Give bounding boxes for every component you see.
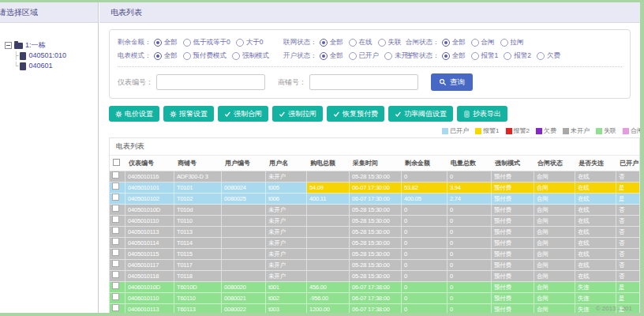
radio-option[interactable]: 在线 — [349, 38, 373, 47]
radio-option[interactable]: 失联 — [378, 38, 402, 47]
table-cell: 在线 — [575, 271, 616, 282]
radio-label: 全部 — [164, 51, 178, 61]
table-cell: 0405010110 — [125, 216, 174, 227]
toolbar-button-label: 报警设置 — [179, 109, 208, 119]
toolbar-button[interactable]: 抄表导出 — [457, 106, 507, 122]
radio-icon[interactable] — [384, 52, 392, 60]
table-cell: 否 — [616, 238, 639, 249]
radio-icon[interactable] — [349, 52, 357, 60]
meter-no-input[interactable] — [156, 74, 265, 90]
table-cell: 06-07 17:30:00 — [350, 194, 402, 205]
table-cell: 05-28 15:30:00 — [350, 271, 402, 282]
row-checkbox[interactable] — [112, 194, 119, 201]
tree-collapse-icon[interactable] — [5, 42, 12, 49]
radio-icon[interactable] — [320, 39, 328, 47]
row-checkbox[interactable] — [112, 205, 119, 212]
radio-icon[interactable] — [349, 39, 357, 47]
row-checkbox[interactable] — [112, 216, 119, 223]
toolbar-button[interactable]: 强制合闸 — [218, 106, 268, 122]
table-cell: 否 — [616, 227, 639, 238]
radio-icon[interactable] — [232, 52, 240, 60]
row-checkbox[interactable] — [112, 293, 119, 300]
copyright-text: © 2013 - 201 — [596, 305, 632, 312]
radio-icon[interactable] — [471, 52, 479, 60]
meter-table-panel: 电表列表 仪表编号商铺号用户编号用户名购电总额采集时间剩余金额电量总数强制模式合… — [109, 137, 640, 316]
radio-icon[interactable] — [442, 52, 450, 60]
table-cell: t005 — [266, 182, 307, 194]
row-checkbox[interactable] — [112, 227, 119, 234]
toolbar-button[interactable]: 报警设置 — [163, 106, 214, 122]
tree-node[interactable]: └040601 — [13, 61, 96, 71]
radio-option[interactable]: 全部 — [154, 38, 178, 47]
radio-option[interactable]: 全部 — [442, 38, 466, 47]
select-all-checkbox[interactable] — [113, 159, 120, 166]
radio-option[interactable]: 全部 — [320, 38, 343, 47]
table-cell: 0 — [447, 293, 492, 304]
row-checkbox[interactable] — [112, 260, 119, 267]
radio-option[interactable]: 预付费模式 — [183, 51, 227, 61]
table-cell: 合闸 — [534, 304, 575, 315]
radio-option[interactable]: 合闸 — [471, 38, 495, 47]
app-window: 请选择区域 1:一栋 ├040501:010└040601 电表列表 剩余金额：… — [0, 0, 644, 316]
row-checkbox[interactable] — [112, 249, 119, 256]
row-checkbox[interactable] — [112, 238, 119, 245]
row-checkbox-cell — [110, 271, 125, 282]
table-row: 0405010102T01020080025t006400.1106-07 17… — [110, 194, 639, 205]
radio-icon[interactable] — [154, 52, 162, 60]
table-cell: 合闸 — [534, 194, 575, 205]
radio-option[interactable]: 拉闸 — [500, 38, 524, 47]
table-cell: 0405010117 — [125, 260, 174, 271]
table-cell: t003 — [266, 304, 307, 315]
table-cell: 合闸 — [534, 282, 575, 293]
toolbar-button[interactable]: 电价设置 — [109, 106, 159, 122]
radio-icon[interactable] — [537, 52, 545, 60]
radio-option[interactable]: 强制模式 — [232, 51, 269, 61]
radio-icon[interactable] — [236, 39, 244, 47]
radio-icon[interactable] — [154, 39, 162, 47]
radio-option[interactable]: 低于或等于0 — [183, 38, 230, 47]
query-button[interactable]: 查询 — [431, 73, 473, 91]
table-header-row: 仪表编号商铺号用户编号用户名购电总额采集时间剩余金额电量总数强制模式合闸状态是否… — [110, 156, 639, 171]
radio-icon[interactable] — [183, 52, 191, 60]
radio-option[interactable]: 已开户 — [349, 51, 380, 61]
table-cell: 否 — [616, 216, 639, 227]
toolbar-button[interactable]: 恢复预付费 — [327, 106, 384, 122]
tree-root[interactable]: 1:一栋 — [5, 40, 96, 51]
tree-node[interactable]: ├040501:010 — [13, 51, 96, 61]
shop-no-input[interactable] — [309, 74, 418, 90]
radio-icon[interactable] — [183, 39, 191, 47]
table-cell: 0406010110 — [125, 293, 174, 304]
row-checkbox-cell — [110, 249, 125, 260]
radio-option[interactable]: 报警1 — [471, 51, 499, 61]
radio-option[interactable]: 欠费 — [537, 51, 560, 61]
table-cell: 在线 — [575, 216, 616, 227]
shop-no-label: 商铺号： — [278, 77, 306, 88]
table-cell: t002 — [266, 293, 307, 304]
toolbar-button[interactable]: 功率阈值设置 — [388, 106, 453, 122]
radio-option[interactable]: 大于0 — [236, 38, 264, 47]
row-checkbox[interactable] — [112, 182, 119, 190]
toolbar-button[interactable]: 强制拉闸 — [272, 106, 323, 122]
check-icon — [395, 111, 402, 118]
meter-list-title-text: 电表列表 — [110, 8, 142, 17]
row-checkbox[interactable] — [112, 171, 119, 179]
table-cell — [222, 271, 266, 282]
radio-icon[interactable] — [504, 52, 511, 60]
radio-icon[interactable] — [378, 39, 386, 47]
row-checkbox[interactable] — [112, 271, 119, 278]
radio-option[interactable]: 全部 — [442, 51, 466, 61]
row-checkbox[interactable] — [112, 282, 119, 289]
radio-icon[interactable] — [320, 52, 328, 60]
radio-icon[interactable] — [471, 39, 479, 47]
radio-option[interactable]: 全部 — [320, 51, 343, 61]
table-cell: 0405010118 — [125, 271, 174, 282]
radio-icon[interactable] — [500, 39, 508, 47]
table-cell: 54.09 — [307, 182, 350, 194]
table-cell: 0 — [402, 260, 447, 271]
radio-option[interactable]: 报警2 — [504, 51, 531, 61]
radio-option[interactable]: 全部 — [154, 51, 178, 61]
radio-icon[interactable] — [442, 39, 450, 47]
legend-swatch — [506, 128, 512, 134]
row-checkbox[interactable] — [112, 304, 119, 311]
table-row: 0405010115T0115未开户05-28 15:30:0000预付费合闸在… — [110, 249, 639, 260]
